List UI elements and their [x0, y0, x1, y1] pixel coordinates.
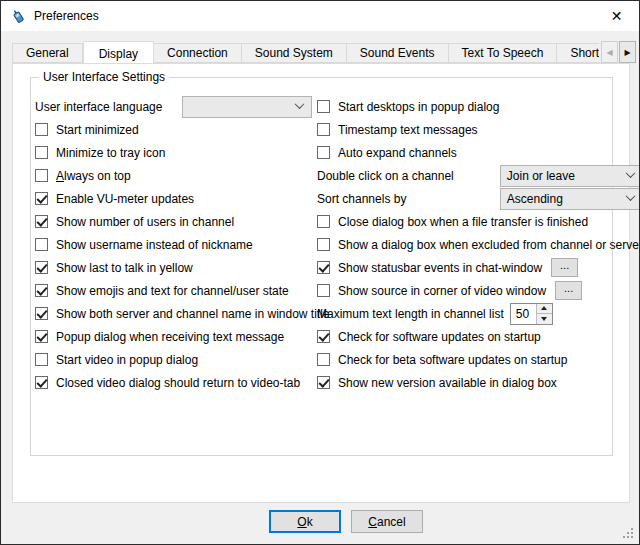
- ok-label: Ok: [297, 515, 312, 529]
- checkbox-statusbar-events-chat[interactable]: Show statusbar events in chat-window ...: [317, 256, 640, 279]
- checkbox-username-instead-nickname[interactable]: Show username instead of nickname: [35, 233, 312, 256]
- tab-page-display: User Interface Settings User interface l…: [12, 63, 630, 503]
- checkbox-auto-expand-channels[interactable]: Auto expand channels: [317, 141, 640, 164]
- checkbox-box[interactable]: [317, 353, 330, 366]
- checkbox-box[interactable]: [35, 215, 48, 228]
- checkbox-check-updates-startup[interactable]: Check for software updates on startup: [317, 325, 640, 348]
- checkbox-label: Always on top: [56, 169, 131, 183]
- sort-channels-select[interactable]: Ascending: [500, 188, 640, 210]
- settings-columns: User interface language Start minimized …: [31, 78, 612, 394]
- right-column: Start desktops in popup dialog Timestamp…: [312, 95, 640, 394]
- checkbox-box[interactable]: [317, 215, 330, 228]
- checkbox-box[interactable]: [317, 376, 330, 389]
- checkbox-box[interactable]: [317, 146, 330, 159]
- tab-scroll-left-button[interactable]: ◀: [601, 41, 618, 63]
- checkbox-box[interactable]: [317, 330, 330, 343]
- language-label: User interface language: [35, 100, 162, 114]
- checkbox-start-minimized[interactable]: Start minimized: [35, 118, 312, 141]
- max-text-length-label: Maximum text length in channel list: [317, 307, 504, 321]
- checkbox-new-version-dialog[interactable]: Show new version available in dialog box: [317, 371, 640, 394]
- checkbox-last-to-talk-yellow[interactable]: Show last to talk in yellow: [35, 256, 312, 279]
- checkbox-source-corner-video[interactable]: Show source in corner of video window ..…: [317, 279, 640, 302]
- spin-down-button[interactable]: [537, 313, 552, 324]
- checkbox-dialog-when-excluded[interactable]: Show a dialog box when excluded from cha…: [317, 233, 640, 256]
- checkbox-server-channel-in-title[interactable]: Show both server and channel name in win…: [35, 302, 312, 325]
- checkbox-label: Start minimized: [56, 123, 139, 137]
- checkbox-check-beta-updates[interactable]: Check for beta software updates on start…: [317, 348, 640, 371]
- tab-bar: General Display Connection Sound System …: [12, 41, 630, 63]
- checkbox-label: Start video in popup dialog: [56, 353, 198, 367]
- window-title: Preferences: [34, 9, 99, 23]
- checkbox-label: Timestamp text messages: [338, 123, 478, 137]
- checkbox-label: Auto expand channels: [338, 146, 457, 160]
- spinner-buttons: [536, 304, 552, 324]
- statusbar-events-ellipsis-button[interactable]: ...: [551, 258, 578, 277]
- checkbox-box[interactable]: [317, 284, 330, 297]
- max-text-length-spinner[interactable]: 50: [510, 303, 553, 325]
- checkbox-desktops-popup-dialog[interactable]: Start desktops in popup dialog: [317, 95, 640, 118]
- checkbox-popup-on-text-message[interactable]: Popup dialog when receiving text message: [35, 325, 312, 348]
- tab-general[interactable]: General: [12, 43, 83, 63]
- chevron-down-icon: [625, 168, 635, 178]
- tab-display[interactable]: Display: [83, 41, 154, 63]
- checkbox-timestamp-messages[interactable]: Timestamp text messages: [317, 118, 640, 141]
- sort-channels-label: Sort channels by: [317, 192, 406, 206]
- spin-up-button[interactable]: [537, 304, 552, 314]
- tab-text-to-speech[interactable]: Text To Speech: [449, 43, 558, 63]
- checkbox-emojis-channel-user-state[interactable]: Show emojis and text for channel/user st…: [35, 279, 312, 302]
- scroll-left-icon: ◀: [606, 48, 612, 57]
- close-button[interactable]: ✕: [594, 1, 639, 31]
- checkbox-close-on-transfer-finished[interactable]: Close dialog box when a file transfer is…: [317, 210, 640, 233]
- checkbox-box[interactable]: [35, 192, 48, 205]
- checkbox-box[interactable]: [317, 123, 330, 136]
- max-text-length-value: 50: [511, 304, 536, 324]
- checkbox-box[interactable]: [35, 169, 48, 182]
- checkbox-box[interactable]: [35, 123, 48, 136]
- checkbox-box[interactable]: [317, 261, 330, 274]
- checkbox-label: Close dialog box when a file transfer is…: [338, 215, 588, 229]
- resize-grip[interactable]: [623, 528, 625, 530]
- checkbox-box[interactable]: [35, 330, 48, 343]
- checkbox-always-on-top[interactable]: Always on top: [35, 164, 312, 187]
- checkbox-box[interactable]: [35, 146, 48, 159]
- tab-connection[interactable]: Connection: [154, 43, 242, 63]
- checkbox-box[interactable]: [35, 238, 48, 251]
- chevron-down-icon: [295, 99, 305, 109]
- cancel-button[interactable]: Cancel: [351, 510, 423, 533]
- language-select[interactable]: [182, 96, 312, 118]
- chevron-down-icon: [625, 191, 635, 201]
- app-icon: [10, 8, 27, 25]
- ok-button[interactable]: Ok: [269, 510, 341, 533]
- max-text-length-row: Maximum text length in channel list 50: [317, 302, 640, 325]
- arrow-up-icon: [541, 306, 547, 310]
- checkbox-vu-meter-updates[interactable]: Enable VU-meter updates: [35, 187, 312, 210]
- checkbox-video-popup-dialog[interactable]: Start video in popup dialog: [35, 348, 312, 371]
- language-row: User interface language: [35, 95, 312, 118]
- checkbox-box[interactable]: [35, 376, 48, 389]
- tab-scroll-right-button[interactable]: ▶: [619, 41, 636, 63]
- checkbox-show-user-count[interactable]: Show number of users in channel: [35, 210, 312, 233]
- scroll-right-icon: ▶: [624, 48, 630, 57]
- double-click-select[interactable]: Join or leave: [500, 165, 640, 187]
- checkbox-label: Popup dialog when receiving text message: [56, 330, 284, 344]
- checkbox-box[interactable]: [35, 261, 48, 274]
- footer: Ok Cancel: [1, 501, 639, 544]
- tab-sound-events[interactable]: Sound Events: [347, 43, 449, 63]
- checkbox-box[interactable]: [35, 307, 48, 320]
- checkbox-label: Show statusbar events in chat-window: [338, 261, 542, 275]
- checkbox-minimize-to-tray[interactable]: Minimize to tray icon: [35, 141, 312, 164]
- group-title: User Interface Settings: [39, 70, 169, 84]
- checkbox-closed-video-return-tab[interactable]: Closed video dialog should return to vid…: [35, 371, 312, 394]
- titlebar: Preferences ✕: [1, 1, 639, 31]
- checkbox-box[interactable]: [317, 238, 330, 251]
- cancel-label: Cancel: [368, 515, 405, 529]
- checkbox-label: Show number of users in channel: [56, 215, 234, 229]
- tab-sound-system[interactable]: Sound System: [242, 43, 347, 63]
- checkbox-label: Check for beta software updates on start…: [338, 353, 567, 367]
- checkbox-box[interactable]: [35, 353, 48, 366]
- checkbox-label: Show emojis and text for channel/user st…: [56, 284, 289, 298]
- checkbox-label: Check for software updates on startup: [338, 330, 541, 344]
- checkbox-box[interactable]: [35, 284, 48, 297]
- video-source-ellipsis-button[interactable]: ...: [555, 281, 582, 300]
- checkbox-box[interactable]: [317, 100, 330, 113]
